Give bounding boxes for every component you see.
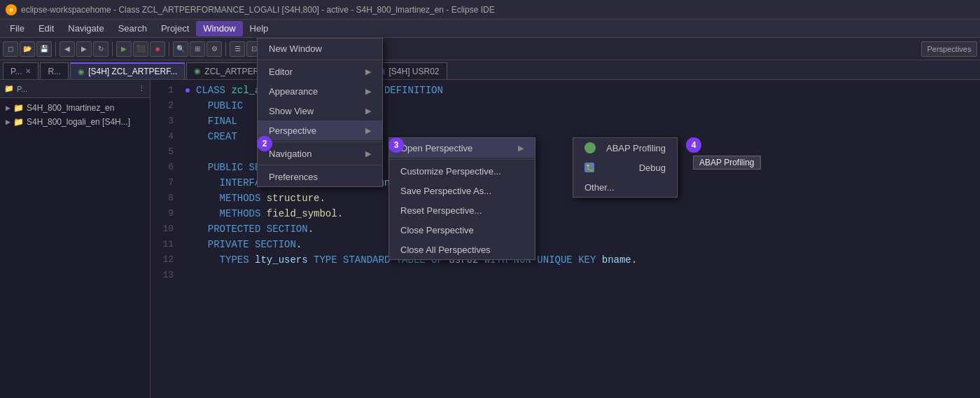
- tab-zcl-artperf[interactable]: ◉ [S4H] ZCL_ARTPERF...: [70, 62, 185, 79]
- code-line-13: 13: [150, 268, 980, 283]
- tb-search[interactable]: 🔍: [173, 41, 188, 57]
- tree-folder-icon-1: 📁: [13, 103, 24, 113]
- tb-stop[interactable]: ■: [150, 41, 165, 57]
- eclipse-icon: e: [6, 4, 17, 15]
- submenu-close-all-perspectives[interactable]: Close All Perspectives: [389, 240, 535, 259]
- menu-appearance[interactable]: Appearance ▶: [258, 81, 382, 101]
- tb-sep-2: [112, 42, 113, 56]
- submenu-open-perspective[interactable]: Open Perspective ▶: [389, 138, 535, 158]
- sidebar: 📁 P... ⋮ ▶ 📁 S4H_800_lmartinez_en ▶ 📁 S4…: [0, 80, 150, 398]
- menu-editor[interactable]: Editor ▶: [258, 62, 382, 81]
- tb-debug[interactable]: ⬛: [133, 41, 148, 57]
- menu-navigate[interactable]: Navigate: [61, 21, 111, 36]
- submenu2-debug[interactable]: 🐛 Debug: [573, 158, 677, 177]
- tree-arrow-1: ▶: [6, 104, 10, 111]
- perspective-arrow: ▶: [365, 126, 371, 135]
- toolbar: ◻ 📂 💾 ◀ ▶ ↻ ▶ ⬛ ■ 🔍 ⊞ ⚙ ☰ ⊡ ✦ Perspectiv…: [0, 38, 980, 60]
- navigation-arrow: ▶: [365, 149, 371, 158]
- tab-usr02-2-label: [S4H] USR02: [388, 67, 439, 76]
- tb-settings[interactable]: ⚙: [206, 41, 222, 57]
- tree-item-s4h-800-lmartinez[interactable]: ▶ 📁 S4H_800_lmartinez_en: [0, 101, 150, 115]
- tab-explorer-close[interactable]: ✕: [25, 67, 31, 75]
- window-menu-sep-1: [258, 60, 382, 60]
- submenu-save-perspective[interactable]: Save Perspective As...: [389, 181, 535, 200]
- tb-run[interactable]: ▶: [116, 41, 132, 57]
- submenu-reset-perspective[interactable]: Reset Perspective...: [389, 200, 535, 220]
- menu-edit[interactable]: Edit: [31, 21, 61, 36]
- tree-item-s4h-800-logali[interactable]: ▶ 📁 S4H_800_logali_en [S4H...]: [0, 115, 150, 129]
- tree-folder-icon-2: 📁: [13, 117, 24, 127]
- menu-navigation[interactable]: Navigation ▶: [258, 144, 382, 163]
- tb-open[interactable]: 📂: [20, 41, 35, 57]
- tb-back[interactable]: ◀: [59, 41, 75, 57]
- tab-explorer[interactable]: P... ✕: [3, 62, 38, 79]
- menu-show-view[interactable]: Show View ▶: [258, 101, 382, 121]
- tab-zcl2-icon: ◉: [194, 67, 201, 76]
- sidebar-tree: ▶ 📁 S4H_800_lmartinez_en ▶ 📁 S4H_800_log…: [0, 98, 150, 132]
- window-menu: New Window Editor ▶ Appearance ▶ Show Vi…: [257, 38, 383, 187]
- abap-profiling-icon: [584, 142, 596, 153]
- sidebar-title: P...: [17, 85, 27, 93]
- menu-file[interactable]: File: [3, 21, 31, 36]
- code-line-10: 10 PROTECTED SECTION.: [150, 221, 980, 237]
- editor-arrow: ▶: [365, 67, 371, 76]
- appearance-arrow: ▶: [365, 87, 371, 96]
- tab-r-label: R...: [48, 67, 61, 76]
- tree-item-label-1: S4H_800_lmartinez_en: [27, 103, 114, 113]
- tb-extra1[interactable]: ☰: [230, 41, 245, 57]
- open-perspective-submenu: ABAP Profiling 🐛 Debug Other...: [573, 137, 678, 198]
- sidebar-menu-icon[interactable]: ⋮: [138, 84, 146, 93]
- tree-item-label-2: S4H_800_logali_en [S4H...]: [27, 117, 130, 127]
- show-view-arrow: ▶: [365, 107, 371, 116]
- sidebar-icon: 📁: [4, 84, 14, 93]
- code-line-8: 8 METHODS structure.: [150, 191, 980, 206]
- menu-perspective[interactable]: Perspective ▶: [258, 121, 382, 140]
- menu-window[interactable]: Window: [196, 21, 242, 36]
- tb-refresh[interactable]: ↻: [93, 41, 108, 57]
- tree-arrow-2: ▶: [6, 118, 10, 125]
- tb-sep-1: [55, 42, 56, 56]
- open-perspective-arrow: ▶: [518, 144, 524, 153]
- breakpoint-1[interactable]: [186, 88, 190, 92]
- menu-search[interactable]: Search: [111, 21, 154, 36]
- tb-sep-3: [169, 42, 169, 56]
- menu-project[interactable]: Project: [154, 21, 196, 36]
- window-menu-sep-3: [258, 165, 382, 165]
- tb-perspectives[interactable]: Perspectives: [921, 41, 977, 57]
- tb-forward[interactable]: ▶: [76, 41, 92, 57]
- title-bar: e eclipse-workspacehome - Class ZCL_ARTP…: [0, 0, 980, 20]
- menu-bar: File Edit Navigate Search Project Window…: [0, 20, 980, 38]
- tab-zcl-icon: ◉: [78, 67, 85, 76]
- code-line-9: 9 METHODS field_symbol.: [150, 206, 980, 221]
- menu-new-window[interactable]: New Window: [258, 39, 382, 58]
- submenu2-abap-profiling[interactable]: ABAP Profiling: [573, 138, 677, 158]
- menu-preferences[interactable]: Preferences: [258, 167, 382, 186]
- tb-new[interactable]: ◻: [3, 41, 18, 57]
- code-line-11: 11 PRIVATE SECTION.: [150, 237, 980, 252]
- menu-help[interactable]: Help: [243, 21, 276, 36]
- perspective-sep-1: [389, 159, 535, 160]
- debug-icon: 🐛: [584, 163, 594, 172]
- perspective-submenu: Open Perspective ▶ Customize Perspective…: [388, 137, 536, 260]
- tab-zcl-label: [S4H] ZCL_ARTPERF...: [88, 67, 177, 76]
- tabs-row: P... ✕ R... ◉ [S4H] ZCL_ARTPERF... ◉ ZCL…: [0, 60, 980, 80]
- code-line-12: 12 TYPES lty_users TYPE STANDARD TABLE O…: [150, 252, 980, 268]
- tab-r[interactable]: R...: [40, 62, 69, 79]
- tb-save[interactable]: 💾: [36, 41, 52, 57]
- tab-explorer-label: P...: [10, 67, 22, 76]
- sidebar-header: 📁 P... ⋮: [0, 80, 150, 98]
- submenu-close-perspective[interactable]: Close Perspective: [389, 220, 535, 240]
- window-title: eclipse-workspacehome - Class ZCL_ARTPER…: [21, 5, 495, 15]
- submenu-customize-perspective[interactable]: Customize Perspective...: [389, 161, 535, 181]
- tb-filter[interactable]: ⊞: [190, 41, 205, 57]
- submenu2-other[interactable]: Other...: [573, 177, 677, 197]
- tb-sep-4: [225, 42, 226, 56]
- window-menu-sep-2: [258, 142, 382, 142]
